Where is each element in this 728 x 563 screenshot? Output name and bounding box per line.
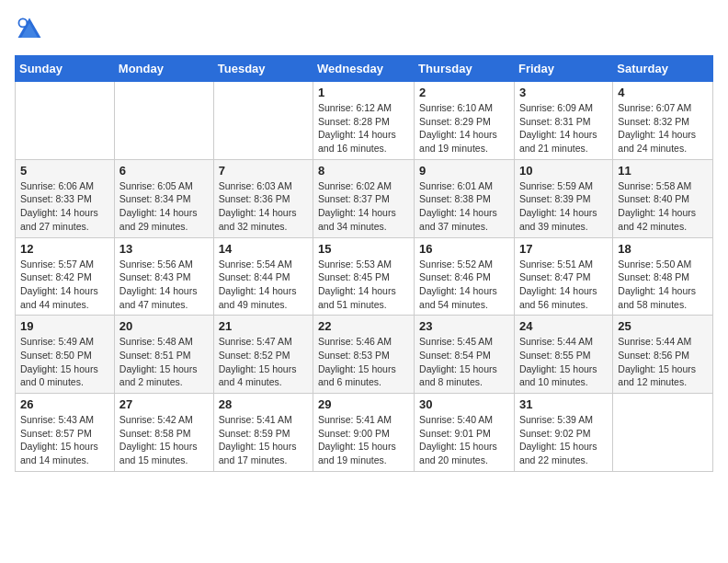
day-number: 12 (20, 242, 109, 256)
calendar-cell: 9Sunrise: 6:01 AM Sunset: 8:38 PM Daylig… (415, 159, 515, 237)
calendar-cell (16, 82, 115, 160)
day-number: 17 (519, 242, 608, 256)
day-info: Sunrise: 5:49 AM Sunset: 8:50 PM Dayligh… (20, 335, 109, 389)
day-of-week-header: Monday (114, 56, 213, 82)
day-info: Sunrise: 5:58 AM Sunset: 8:40 PM Dayligh… (618, 179, 708, 234)
day-number: 28 (219, 397, 308, 411)
calendar-week-row: 5Sunrise: 6:06 AM Sunset: 8:33 PM Daylig… (16, 159, 713, 237)
day-number: 31 (519, 397, 608, 411)
day-info: Sunrise: 5:41 AM Sunset: 9:00 PM Dayligh… (318, 413, 409, 467)
day-number: 26 (20, 397, 109, 411)
day-number: 3 (519, 86, 608, 99)
day-number: 29 (318, 397, 409, 411)
calendar-cell: 26Sunrise: 5:43 AM Sunset: 8:57 PM Dayli… (16, 394, 115, 472)
day-info: Sunrise: 6:10 AM Sunset: 8:29 PM Dayligh… (419, 101, 509, 155)
day-number: 16 (419, 242, 509, 256)
calendar-cell: 22Sunrise: 5:46 AM Sunset: 8:53 PM Dayli… (313, 316, 415, 394)
calendar-cell (114, 82, 213, 160)
day-info: Sunrise: 6:06 AM Sunset: 8:33 PM Dayligh… (20, 179, 109, 234)
calendar-cell (213, 82, 313, 160)
day-info: Sunrise: 5:45 AM Sunset: 8:54 PM Dayligh… (419, 335, 509, 389)
day-of-week-header: Thursday (415, 56, 515, 82)
day-number: 19 (20, 319, 109, 333)
calendar-cell: 20Sunrise: 5:48 AM Sunset: 8:51 PM Dayli… (114, 316, 213, 394)
calendar-cell: 17Sunrise: 5:51 AM Sunset: 8:47 PM Dayli… (514, 237, 612, 316)
day-of-week-header: Tuesday (213, 56, 313, 82)
day-number: 11 (618, 164, 708, 178)
day-number: 8 (318, 164, 409, 178)
day-number: 10 (519, 164, 608, 178)
day-info: Sunrise: 5:51 AM Sunset: 8:47 PM Dayligh… (519, 258, 608, 312)
day-info: Sunrise: 5:50 AM Sunset: 8:48 PM Dayligh… (618, 258, 708, 312)
calendar-cell: 2Sunrise: 6:10 AM Sunset: 8:29 PM Daylig… (415, 82, 515, 160)
calendar-cell: 29Sunrise: 5:41 AM Sunset: 9:00 PM Dayli… (313, 394, 415, 472)
calendar-cell: 30Sunrise: 5:40 AM Sunset: 9:01 PM Dayli… (415, 394, 515, 472)
calendar-cell: 25Sunrise: 5:44 AM Sunset: 8:56 PM Dayli… (613, 316, 713, 394)
day-number: 21 (219, 319, 308, 333)
calendar-cell: 16Sunrise: 5:52 AM Sunset: 8:46 PM Dayli… (415, 237, 515, 316)
day-of-week-header: Wednesday (313, 56, 415, 82)
day-number: 7 (219, 164, 308, 178)
day-info: Sunrise: 6:03 AM Sunset: 8:36 PM Dayligh… (219, 179, 308, 234)
calendar-table: SundayMondayTuesdayWednesdayThursdayFrid… (15, 55, 713, 472)
day-info: Sunrise: 5:44 AM Sunset: 8:56 PM Dayligh… (618, 335, 708, 389)
calendar-cell: 12Sunrise: 5:57 AM Sunset: 8:42 PM Dayli… (16, 237, 115, 316)
calendar-cell: 11Sunrise: 5:58 AM Sunset: 8:40 PM Dayli… (613, 159, 713, 237)
calendar-week-row: 12Sunrise: 5:57 AM Sunset: 8:42 PM Dayli… (16, 237, 713, 316)
day-number: 24 (519, 319, 608, 333)
calendar-week-row: 19Sunrise: 5:49 AM Sunset: 8:50 PM Dayli… (16, 316, 713, 394)
calendar-cell: 31Sunrise: 5:39 AM Sunset: 9:02 PM Dayli… (514, 394, 612, 472)
calendar-week-row: 26Sunrise: 5:43 AM Sunset: 8:57 PM Dayli… (16, 394, 713, 472)
day-number: 15 (318, 242, 409, 256)
day-of-week-header: Saturday (613, 56, 713, 82)
day-info: Sunrise: 6:12 AM Sunset: 8:28 PM Dayligh… (318, 101, 409, 155)
day-number: 6 (119, 164, 209, 178)
calendar-cell: 24Sunrise: 5:44 AM Sunset: 8:55 PM Dayli… (514, 316, 612, 394)
day-number: 4 (618, 86, 708, 99)
day-number: 18 (618, 242, 708, 256)
calendar-cell: 15Sunrise: 5:53 AM Sunset: 8:45 PM Dayli… (313, 237, 415, 316)
calendar-cell: 1Sunrise: 6:12 AM Sunset: 8:28 PM Daylig… (313, 82, 415, 160)
day-number: 30 (419, 397, 509, 411)
day-info: Sunrise: 5:41 AM Sunset: 8:59 PM Dayligh… (219, 413, 308, 467)
day-info: Sunrise: 5:57 AM Sunset: 8:42 PM Dayligh… (20, 258, 109, 312)
day-info: Sunrise: 6:07 AM Sunset: 8:32 PM Dayligh… (618, 101, 708, 155)
calendar-week-row: 1Sunrise: 6:12 AM Sunset: 8:28 PM Daylig… (16, 82, 713, 160)
day-info: Sunrise: 6:09 AM Sunset: 8:31 PM Dayligh… (519, 101, 608, 155)
day-info: Sunrise: 5:52 AM Sunset: 8:46 PM Dayligh… (419, 258, 509, 312)
day-info: Sunrise: 6:01 AM Sunset: 8:38 PM Dayligh… (419, 179, 509, 234)
calendar-cell: 14Sunrise: 5:54 AM Sunset: 8:44 PM Dayli… (213, 237, 313, 316)
calendar-cell: 7Sunrise: 6:03 AM Sunset: 8:36 PM Daylig… (213, 159, 313, 237)
day-info: Sunrise: 5:48 AM Sunset: 8:51 PM Dayligh… (119, 335, 209, 389)
calendar-cell: 19Sunrise: 5:49 AM Sunset: 8:50 PM Dayli… (16, 316, 115, 394)
calendar-cell: 8Sunrise: 6:02 AM Sunset: 8:37 PM Daylig… (313, 159, 415, 237)
day-info: Sunrise: 5:47 AM Sunset: 8:52 PM Dayligh… (219, 335, 308, 389)
day-number: 5 (20, 164, 109, 178)
day-number: 9 (419, 164, 509, 178)
day-of-week-header: Sunday (16, 56, 115, 82)
day-info: Sunrise: 5:39 AM Sunset: 9:02 PM Dayligh… (519, 413, 608, 467)
day-number: 23 (419, 319, 509, 333)
calendar-cell: 23Sunrise: 5:45 AM Sunset: 8:54 PM Dayli… (415, 316, 515, 394)
day-info: Sunrise: 5:40 AM Sunset: 9:01 PM Dayligh… (419, 413, 509, 467)
day-number: 25 (618, 319, 708, 333)
logo-icon (15, 15, 44, 44)
day-info: Sunrise: 5:42 AM Sunset: 8:58 PM Dayligh… (119, 413, 209, 467)
day-info: Sunrise: 5:53 AM Sunset: 8:45 PM Dayligh… (318, 258, 409, 312)
day-of-week-header: Friday (514, 56, 612, 82)
day-info: Sunrise: 6:02 AM Sunset: 8:37 PM Dayligh… (318, 179, 409, 234)
day-number: 22 (318, 319, 409, 333)
logo (15, 15, 48, 44)
day-info: Sunrise: 5:44 AM Sunset: 8:55 PM Dayligh… (519, 335, 608, 389)
day-info: Sunrise: 5:46 AM Sunset: 8:53 PM Dayligh… (318, 335, 409, 389)
calendar-cell: 3Sunrise: 6:09 AM Sunset: 8:31 PM Daylig… (514, 82, 612, 160)
day-info: Sunrise: 5:59 AM Sunset: 8:39 PM Dayligh… (519, 179, 608, 234)
calendar-cell: 13Sunrise: 5:56 AM Sunset: 8:43 PM Dayli… (114, 237, 213, 316)
day-info: Sunrise: 6:05 AM Sunset: 8:34 PM Dayligh… (119, 179, 209, 234)
calendar-cell (613, 394, 713, 472)
day-number: 14 (219, 242, 308, 256)
day-info: Sunrise: 5:56 AM Sunset: 8:43 PM Dayligh… (119, 258, 209, 312)
calendar-cell: 21Sunrise: 5:47 AM Sunset: 8:52 PM Dayli… (213, 316, 313, 394)
calendar-cell: 27Sunrise: 5:42 AM Sunset: 8:58 PM Dayli… (114, 394, 213, 472)
day-info: Sunrise: 5:54 AM Sunset: 8:44 PM Dayligh… (219, 258, 308, 312)
